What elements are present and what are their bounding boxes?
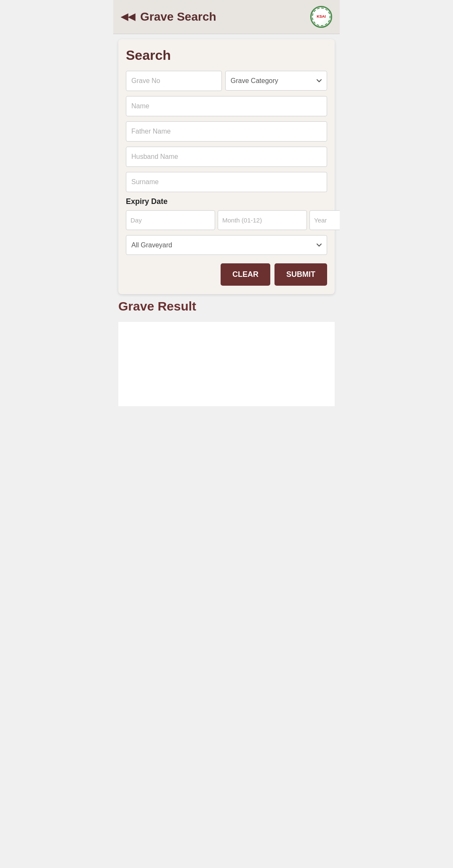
year-input[interactable] [309,210,340,230]
button-row: CLEAR SUBMIT [126,263,327,286]
search-card: Search Grave Category General VIP Childr… [118,39,335,294]
header-left: ◀◀ Grave Search [121,10,216,24]
back-button[interactable]: ◀◀ [121,11,135,22]
husband-name-input[interactable] [126,147,327,167]
grave-result-title: Grave Result [118,299,335,313]
father-name-row [126,121,327,142]
app-header: ◀◀ Grave Search KSAI [113,0,340,34]
husband-name-row [126,147,327,167]
grave-no-input[interactable] [126,71,222,91]
grave-category-wrapper: Grave Category General VIP Children [225,71,327,91]
surname-input[interactable] [126,172,327,192]
grave-category-select[interactable]: Grave Category General VIP Children [225,71,327,91]
father-name-input[interactable] [126,121,327,142]
logo-inner: KSAI [312,8,330,26]
logo-border [312,8,330,26]
day-input[interactable] [126,210,215,230]
expiry-date-label: Expiry Date [126,197,327,206]
grave-result-section: Grave Result [118,299,335,406]
expiry-date-row [126,210,327,230]
name-row [126,96,327,116]
month-input[interactable] [218,210,307,230]
surname-row [126,172,327,192]
clear-button[interactable]: CLEAR [221,263,270,286]
name-input[interactable] [126,96,327,116]
search-title: Search [126,48,327,63]
submit-button[interactable]: SUBMIT [274,263,327,286]
logo: KSAI [310,6,332,28]
result-area [118,322,335,406]
grave-no-category-row: Grave Category General VIP Children [126,71,327,91]
graveyard-select[interactable]: All Graveyard Graveyard 1 Graveyard 2 Gr… [126,235,327,255]
page-title: Grave Search [140,10,216,24]
graveyard-wrapper: All Graveyard Graveyard 1 Graveyard 2 Gr… [126,235,327,255]
